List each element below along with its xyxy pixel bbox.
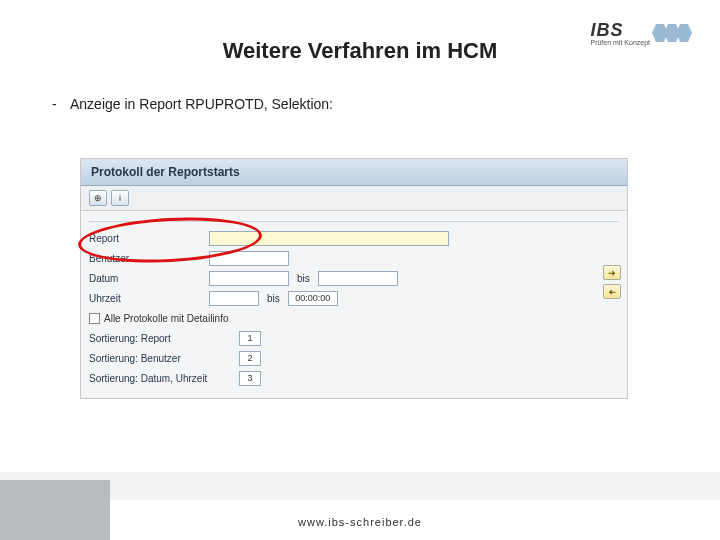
- execute-icon[interactable]: ⊕: [89, 190, 107, 206]
- arrow-right-icon[interactable]: ➜: [603, 265, 621, 280]
- multi-select-arrows: ➜ ➜: [603, 265, 621, 299]
- report-input[interactable]: [209, 231, 449, 246]
- logo-subtitle: Prüfen mit Konzept: [590, 39, 650, 46]
- row-checkbox: Alle Protokolle mit Detailinfo: [89, 308, 619, 328]
- detailinfo-checkbox[interactable]: [89, 313, 100, 324]
- row-benutzer: Benutzer: [89, 248, 619, 268]
- footer: www.ibs-schreiber.de: [0, 480, 720, 540]
- datum-from-input[interactable]: [209, 271, 289, 286]
- brand-logo: IBS Prüfen mit Konzept: [590, 20, 692, 46]
- label-sort-benutzer: Sortierung: Benutzer: [89, 353, 239, 364]
- label-bis-datum: bis: [297, 273, 310, 284]
- sap-toolbar: ⊕ i: [81, 186, 627, 211]
- logo-text: IBS: [590, 20, 650, 41]
- slide: Weitere Verfahren im HCM IBS Prüfen mit …: [0, 0, 720, 540]
- footer-url: www.ibs-schreiber.de: [0, 516, 720, 528]
- sort2-input[interactable]: 2: [239, 351, 261, 366]
- label-uhrzeit: Uhrzeit: [89, 293, 209, 304]
- logo-hex-icon: [656, 24, 692, 42]
- label-sort-report: Sortierung: Report: [89, 333, 239, 344]
- label-bis-uhrzeit: bis: [267, 293, 280, 304]
- row-datum: Datum bis: [89, 268, 619, 288]
- uhrzeit-from-input[interactable]: [209, 291, 259, 306]
- sort3-input[interactable]: 3: [239, 371, 261, 386]
- row-sort3: Sortierung: Datum, Uhrzeit 3: [89, 368, 619, 388]
- footer-grey-block: [0, 480, 110, 540]
- datum-to-input[interactable]: [318, 271, 398, 286]
- row-report: Report: [89, 228, 619, 248]
- bullet-text: Anzeige in Report RPUPROTD, Selektion:: [70, 96, 333, 112]
- label-checkbox: Alle Protokolle mit Detailinfo: [104, 313, 229, 324]
- row-uhrzeit: Uhrzeit bis 00:00:00: [89, 288, 619, 308]
- label-report: Report: [89, 233, 209, 244]
- info-icon[interactable]: i: [111, 190, 129, 206]
- label-sort-datum: Sortierung: Datum, Uhrzeit: [89, 373, 239, 384]
- row-sort1: Sortierung: Report 1: [89, 328, 619, 348]
- sap-screenshot: Protokoll der Reportstarts ⊕ i Report Be…: [80, 158, 628, 399]
- benutzer-input[interactable]: [209, 251, 289, 266]
- sap-selection-body: Report Benutzer Datum bis Uhrzeit bis 00…: [81, 211, 627, 398]
- row-sort2: Sortierung: Benutzer 2: [89, 348, 619, 368]
- label-datum: Datum: [89, 273, 209, 284]
- arrow-left-icon[interactable]: ➜: [603, 284, 621, 299]
- sort1-input[interactable]: 1: [239, 331, 261, 346]
- sap-window-title: Protokoll der Reportstarts: [81, 159, 627, 186]
- label-benutzer: Benutzer: [89, 253, 209, 264]
- bullet-dash: -: [52, 96, 57, 112]
- uhrzeit-to-input[interactable]: 00:00:00: [288, 291, 338, 306]
